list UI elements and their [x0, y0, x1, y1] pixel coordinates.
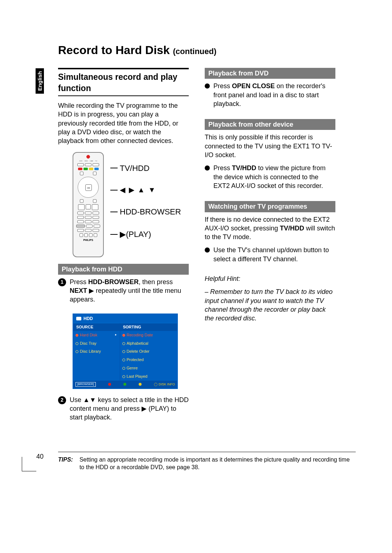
- remote-label-play: ▶(PLAY): [120, 229, 151, 240]
- browser-sort-3: Protected: [120, 356, 177, 364]
- browser-col-sorting: SORTING: [120, 323, 177, 331]
- helpful-hint-label: Helpful Hint:: [205, 274, 335, 283]
- watching-p1: If there is no device connected to the E…: [205, 215, 335, 242]
- left-column: Simultaneous record and play function Wh…: [58, 68, 189, 430]
- hdd-browser-screenshot: HDD SOURCE Hard Disk▸ Disc Tray Disc Lib…: [73, 314, 178, 389]
- subheading-playback-dvd: Playback from DVD: [205, 68, 335, 79]
- intro-paragraph: While recording the TV programme to the …: [58, 101, 189, 145]
- browser-footer-info: DISK INFO: [159, 382, 175, 386]
- crop-mark-icon: [22, 457, 36, 471]
- page-number: 40: [36, 453, 44, 460]
- section-heading: Simultaneous record and play function: [58, 68, 189, 96]
- browser-sort-2: Delete Order: [120, 347, 177, 356]
- subheading-watching-tv: Watching other TV programmes: [205, 201, 335, 212]
- remote-diagram: DVDHDDCAMTV OK PHILIPS TV/HDD: [73, 152, 189, 257]
- browser-sort-0: Recoding Date: [120, 331, 177, 339]
- bullet-icon: [205, 83, 210, 89]
- other-device-p1: This is only possible if this recorder i…: [205, 133, 335, 159]
- browser-sort-4: Genre: [120, 364, 177, 372]
- browser-col-source: SOURCE: [73, 323, 120, 331]
- language-tab: English: [36, 68, 44, 94]
- page-title: Record to Hard Disk (continued): [58, 44, 356, 57]
- subheading-playback-hdd: Playback from HDD: [58, 264, 189, 275]
- remote-illustration: DVDHDDCAMTV OK PHILIPS: [73, 152, 104, 257]
- other-device-p2: Press TV/HDD to view the picture from th…: [213, 164, 335, 190]
- title-main: Record to Hard Disk: [58, 44, 170, 57]
- step-2-text: Use ▲▼ keys to select a title in the HDD…: [70, 396, 189, 422]
- watching-p2: Use the TV's channel up/down button to s…: [213, 246, 335, 263]
- remote-label-arrows: ◀ ▶ ▲ ▼: [120, 185, 156, 195]
- remote-label-browser: HDD-BROWSER: [120, 206, 181, 217]
- tips-footer: TIPS: Setting an appropriate recording m…: [58, 452, 356, 471]
- step-1-text: Press HDD-BROWSER, then press NEXT ▶ rep…: [70, 278, 189, 304]
- bullet-icon: [205, 165, 210, 171]
- browser-src-0: Hard Disk▸: [73, 331, 120, 339]
- tips-body: Setting an appropriate recording mode is…: [79, 456, 356, 471]
- step-number-1: 1: [58, 278, 66, 286]
- bullet-icon: [205, 247, 210, 253]
- helpful-hint-body: – Remember to turn the TV back to its vi…: [205, 287, 335, 323]
- step-number-2: 2: [58, 396, 66, 404]
- browser-sort-1: Alphabetical: [120, 339, 177, 348]
- browser-src-2: Disc Library: [73, 347, 120, 356]
- right-column: Playback from DVD Press OPEN CLOSE on th…: [205, 68, 335, 430]
- browser-sort-5: Last Played: [120, 372, 177, 381]
- remote-label-tvhdd: TV/HDD: [120, 163, 150, 174]
- browser-title: HDD: [83, 316, 93, 321]
- browser-src-1: Disc Tray: [73, 339, 120, 348]
- browser-footer-tag: [BROWSER]: [75, 382, 96, 387]
- subheading-playback-other: Playback from other device: [205, 119, 335, 130]
- tips-label: TIPS:: [58, 456, 73, 471]
- dvd-text: Press OPEN CLOSE on the recorder's front…: [213, 82, 335, 108]
- title-continued: (continued): [173, 47, 217, 56]
